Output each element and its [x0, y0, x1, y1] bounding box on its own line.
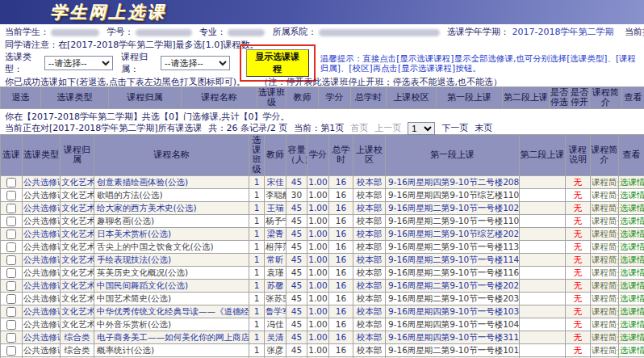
select-course-checkbox[interactable] [6, 333, 16, 343]
course-name-link[interactable]: 趣聊名画(公选) [94, 215, 249, 228]
course-intro-link[interactable]: 课程简介 [591, 305, 619, 318]
course-intro-link[interactable]: 课程简介 [591, 318, 619, 331]
select-course-checkbox[interactable] [6, 294, 16, 304]
course-class: 1 [249, 318, 265, 331]
course-view-link[interactable]: 选课情况 [619, 318, 644, 331]
course-intro-link[interactable]: 课程简介 [591, 202, 619, 215]
course-table-header-row: 选课 选课类型 课程归属 课程名称 选课班级 教师 容量（人） 学分 总学时 上… [1, 135, 644, 176]
course-type: 公共选修课 [23, 176, 61, 189]
course-view-link[interactable]: 选课情况 [619, 176, 644, 189]
select-course-checkbox[interactable] [6, 191, 16, 200]
course-hours: 16 [329, 228, 353, 241]
course-capacity: 45 [286, 215, 307, 228]
course-name-link[interactable]: 中外音乐赏析(公选) [94, 318, 249, 331]
course-name-link[interactable]: 电子商务美工——如何美化你的网上商店(公选) [94, 331, 249, 344]
course-view-link[interactable]: 选课情况 [619, 293, 644, 305]
course-intro-link[interactable]: 课程简介 [591, 215, 619, 228]
course-name-link[interactable]: 概率统计(公选) [94, 344, 249, 357]
course-view-link[interactable]: 选课情况 [619, 344, 644, 357]
course-view-link[interactable]: 选课情况 [619, 202, 644, 215]
course-campus: 校本部 [353, 318, 386, 331]
course-note: 无 [566, 228, 591, 241]
course-note: 无 [566, 280, 591, 293]
course-capacity: 45 [286, 267, 307, 280]
course-category-select[interactable]: --请选择-- [161, 56, 229, 70]
course-type: 公共选修课 [23, 215, 61, 228]
col-intro: 课程简介 [591, 135, 619, 176]
page-title: 学生网上选课 [50, 1, 166, 23]
student-label: 当前学生： [5, 27, 49, 37]
course-name-link[interactable]: 中华优秀传统文化经典导读——《道德经》(公选) [94, 305, 249, 318]
course-name-link[interactable]: 歌唱的方法(公选) [94, 189, 249, 202]
page-select[interactable]: 1 [408, 122, 435, 135]
select-course-checkbox[interactable] [6, 255, 16, 265]
course-intro-link[interactable]: 课程简介 [591, 280, 619, 293]
course-class: 1 [249, 176, 265, 189]
select-course-checkbox[interactable] [6, 230, 16, 239]
course-name-link[interactable]: 手绘表现技法(公选) [94, 254, 249, 267]
select-course-checkbox[interactable] [6, 217, 16, 226]
course-intro-link[interactable]: 课程简介 [591, 331, 619, 344]
course-campus: 校本部 [353, 267, 386, 280]
course-intro-link[interactable]: 课程简介 [591, 344, 619, 357]
course-view-link[interactable]: 选课情况 [619, 267, 644, 280]
course-view-link[interactable]: 选课情况 [619, 254, 644, 267]
course-type: 公共选修课 [23, 318, 61, 331]
course-teacher: 吴清 [265, 331, 286, 344]
course-name-link[interactable]: 日本美术赏析(公选) [94, 228, 249, 241]
course-intro-link[interactable]: 课程简介 [591, 241, 619, 254]
pager-next[interactable]: 下一页 [441, 122, 468, 134]
col-class: 选课班级 [249, 135, 265, 176]
course-name-link[interactable]: 给大家的西方美术史(公选) [94, 202, 249, 215]
select-course-checkbox[interactable] [6, 307, 16, 317]
pager-last[interactable]: 末页 [475, 122, 492, 134]
course-view-link[interactable]: 选课情况 [619, 305, 644, 318]
course-campus: 校本部 [353, 202, 386, 215]
select-course-checkbox[interactable] [6, 346, 16, 356]
course-intro-link[interactable]: 课程简介 [591, 176, 619, 189]
course-type-select[interactable]: --请选择-- [44, 56, 113, 70]
select-course-checkbox[interactable] [6, 204, 16, 213]
course-capacity: 45 [286, 254, 307, 267]
course-intro-link[interactable]: 课程简介 [591, 267, 619, 280]
show-courses-button[interactable]: 显示选课课程 [246, 49, 309, 77]
course-intro-link[interactable]: 课程简介 [591, 228, 619, 241]
course-class: 1 [249, 305, 265, 318]
course-campus: 校本部 [353, 189, 386, 202]
select-course-checkbox[interactable] [6, 281, 16, 291]
course-name-link[interactable]: 中国民间舞蹈文化(公选) [94, 280, 249, 293]
course-name-link[interactable]: 中国艺术简史(公选) [94, 293, 249, 305]
course-view-link[interactable]: 选课情况 [619, 241, 644, 254]
course-row: 公共选修课 文化艺术类 趣聊名画(公选) 1 杨予宁 45 1.00 16 校本… [1, 215, 644, 228]
course-name-link[interactable]: 创意素描绘画体验(公选) [94, 176, 249, 189]
redacted-department [319, 29, 440, 36]
select-course-checkbox[interactable] [6, 242, 16, 252]
select-course-checkbox[interactable] [6, 268, 16, 278]
course-credit: 1.00 [307, 267, 329, 280]
course-schedule-2 [520, 176, 566, 189]
course-intro-link[interactable]: 课程简介 [591, 293, 619, 305]
col-credit: 学分 [307, 135, 329, 176]
course-name-link[interactable]: 英美历史文化概况(公选) [94, 267, 249, 280]
col-type: 选课类型 [41, 87, 109, 109]
course-view-link[interactable]: 选课情况 [619, 228, 644, 241]
col-name: 课程名称 [182, 87, 257, 109]
course-view-link[interactable]: 选课情况 [619, 280, 644, 293]
select-course-checkbox[interactable] [6, 320, 16, 330]
course-category: 文化艺术类 [61, 280, 94, 293]
redacted-student-name [51, 29, 99, 36]
course-hours: 16 [329, 254, 353, 267]
course-name-link[interactable]: 舌尖上的中国之饮食文化(公选) [94, 241, 249, 254]
course-view-link[interactable]: 选课情况 [619, 331, 644, 344]
course-type: 公共选修课 [23, 241, 61, 254]
course-view-link[interactable]: 选课情况 [619, 215, 644, 228]
course-capacity: 45 [286, 305, 307, 318]
course-view-link[interactable]: 选课情况 [619, 189, 644, 202]
course-intro-link[interactable]: 课程简介 [591, 254, 619, 267]
student-info-bar: 当前学生： 学号： 专业： 所属系院： 选课学年学期： 2017-2018学年第… [0, 24, 644, 37]
course-intro-link[interactable]: 课程简介 [591, 189, 619, 202]
course-credit: 1.00 [307, 215, 329, 228]
course-category: 文化艺术类 [61, 254, 94, 267]
select-course-checkbox[interactable] [6, 178, 16, 187]
course-schedule-2 [520, 318, 566, 331]
